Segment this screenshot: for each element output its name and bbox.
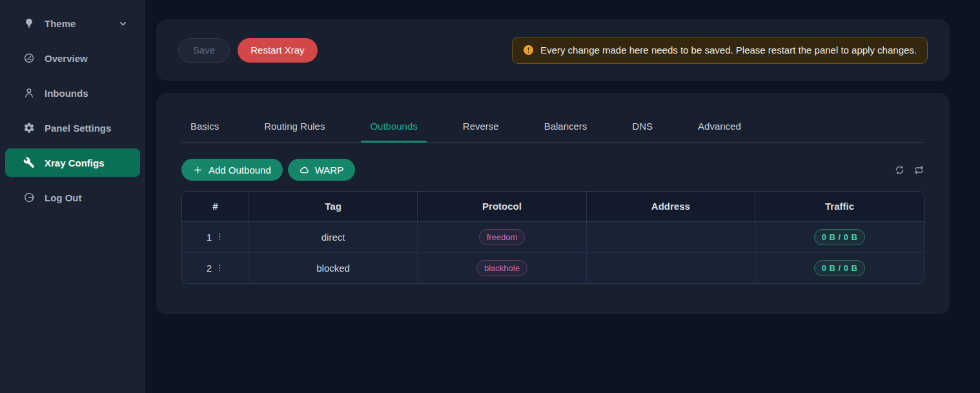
sidebar-item-label: Xray Configs (45, 157, 105, 168)
sidebar-item-label: Log Out (45, 192, 81, 203)
tab-balancers[interactable]: Balancers (535, 121, 597, 142)
sidebar-item-theme[interactable]: Theme (5, 9, 140, 37)
sidebar-item-log-out[interactable]: Log Out (5, 183, 140, 212)
dashboard-icon (23, 52, 35, 64)
main-content: Save Restart Xray Every change made here… (145, 0, 980, 393)
row-menu-icon[interactable] (215, 232, 224, 242)
sidebar-item-label: Overview (45, 53, 88, 64)
table-tools (894, 165, 924, 176)
index-cell: 2 (182, 252, 249, 283)
repeat-icon[interactable] (914, 165, 924, 176)
column-header-traffic: Traffic (755, 192, 924, 221)
gear-icon (23, 122, 35, 134)
protocol-cell: freedom (418, 221, 586, 252)
tab-outbounds[interactable]: Outbounds (361, 121, 426, 142)
warp-button[interactable]: WARP (288, 159, 355, 181)
sidebar-item-label: Inbounds (45, 88, 88, 99)
protocol-badge: blackhole (476, 260, 527, 276)
traffic-badge: 0 B / 0 B (814, 229, 866, 245)
tab-routing-rules[interactable]: Routing Rules (255, 121, 334, 142)
tab-advanced[interactable]: Advanced (689, 121, 750, 142)
chevron-down-icon (119, 19, 127, 28)
alert-text: Every change made here needs to be saved… (540, 45, 917, 55)
warp-label: WARP (315, 165, 343, 176)
traffic-badge: 0 B / 0 B (814, 260, 866, 276)
sidebar-item-overview[interactable]: Overview (5, 44, 140, 72)
tag-cell: direct (249, 221, 417, 252)
warning-icon (523, 45, 534, 55)
user-icon (23, 87, 35, 99)
sidebar-item-panel-settings[interactable]: Panel Settings (5, 114, 140, 142)
restart-xray-button[interactable]: Restart Xray (238, 38, 317, 63)
sidebar: Theme Overview Inbounds Panel Settings (0, 0, 145, 393)
column-header-protocol: Protocol (418, 192, 586, 221)
row-index: 2 (207, 263, 212, 274)
row-menu-icon[interactable] (215, 263, 224, 273)
sidebar-item-label: Theme (45, 18, 76, 29)
column-header-address: Address (586, 192, 755, 221)
add-outbound-button[interactable]: Add Outbound (181, 159, 283, 181)
bulb-icon (23, 17, 35, 29)
table-row: 2 blocked blackhole (182, 252, 924, 283)
protocol-cell: blackhole (418, 252, 586, 283)
config-tabs: Basics Routing Rules Outbounds Reverse B… (181, 121, 924, 143)
outbounds-table: # Tag Protocol Address Traffic 1 (181, 191, 924, 284)
sidebar-item-xray-configs[interactable]: Xray Configs (5, 148, 140, 177)
protocol-badge: freedom (479, 229, 526, 245)
actions-row: Add Outbound WARP (181, 159, 924, 181)
traffic-cell: 0 B / 0 B (755, 221, 924, 252)
address-cell (586, 221, 755, 252)
table-row: 1 direct freedom (182, 221, 924, 252)
app-window: Theme Overview Inbounds Panel Settings (0, 0, 980, 393)
table-header-row: # Tag Protocol Address Traffic (182, 192, 924, 221)
tab-basics[interactable]: Basics (181, 121, 228, 142)
index-cell: 1 (182, 221, 249, 252)
traffic-cell: 0 B / 0 B (755, 252, 924, 283)
plus-icon (193, 165, 203, 175)
tab-reverse[interactable]: Reverse (454, 121, 508, 142)
address-cell (586, 252, 755, 283)
column-header-tag: Tag (249, 192, 417, 221)
logout-icon (23, 192, 35, 203)
row-index: 1 (207, 232, 212, 243)
tag-cell: blocked (249, 252, 417, 283)
unsaved-changes-alert: Every change made here needs to be saved… (512, 37, 928, 64)
cloud-icon (300, 165, 309, 175)
wrench-icon (23, 157, 35, 168)
tab-dns[interactable]: DNS (623, 121, 662, 142)
refresh-icon[interactable] (894, 165, 905, 176)
save-button[interactable]: Save (178, 38, 230, 63)
xray-config-card: Basics Routing Rules Outbounds Reverse B… (156, 93, 950, 314)
sidebar-item-inbounds[interactable]: Inbounds (5, 79, 140, 107)
add-outbound-label: Add Outbound (209, 165, 271, 176)
column-header-index: # (182, 192, 249, 221)
toolbar-card: Save Restart Xray Every change made here… (156, 19, 950, 81)
sidebar-item-label: Panel Settings (45, 123, 111, 134)
